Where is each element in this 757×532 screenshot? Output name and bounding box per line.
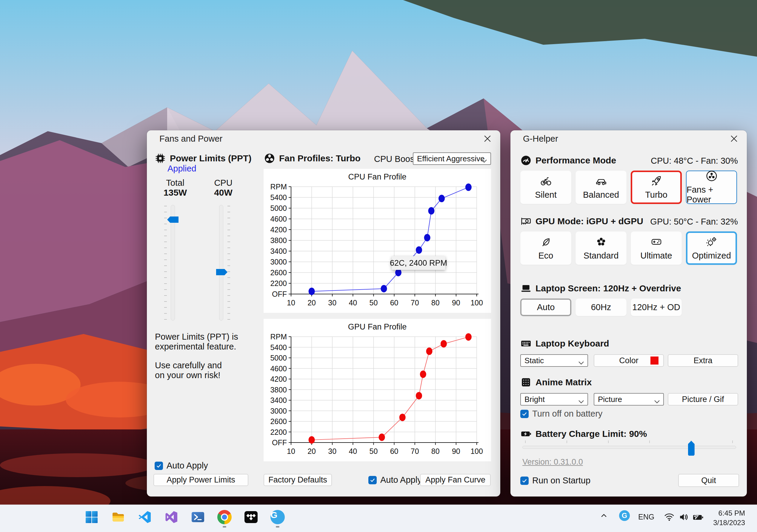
battery-slider-ticks xyxy=(525,440,733,443)
fan-curve-point[interactable] xyxy=(399,414,406,421)
tray-language[interactable]: ENG xyxy=(638,513,654,521)
mode-button-label: 120Hz + OD xyxy=(632,302,680,312)
close-icon[interactable] xyxy=(483,134,492,143)
optimized-mode-button[interactable]: Optimized xyxy=(686,231,737,265)
keyboard-extra-button[interactable]: Extra xyxy=(668,354,738,367)
run-on-startup-checkbox[interactable] xyxy=(520,477,529,485)
powershell-taskbar-icon[interactable] xyxy=(191,510,205,524)
close-icon[interactable] xyxy=(730,134,739,143)
svg-text:4600: 4600 xyxy=(270,215,287,223)
tray-volume-icon[interactable] xyxy=(678,512,689,523)
anime-matrix-heading: Anime Matrix xyxy=(520,377,591,388)
turbo-mode-button[interactable]: Turbo xyxy=(631,171,682,204)
svg-text:80: 80 xyxy=(431,298,440,307)
fan-curve-point[interactable] xyxy=(309,436,315,444)
svg-text:20: 20 xyxy=(308,447,316,455)
fan-curve-point[interactable] xyxy=(416,392,422,399)
svg-text:70: 70 xyxy=(411,298,419,307)
fan-curve-point[interactable] xyxy=(420,371,426,378)
auto-apply-power-checkbox-row[interactable]: Auto Apply xyxy=(155,461,208,471)
standard-mode-button[interactable]: Standard xyxy=(576,231,626,265)
svg-text:30: 30 xyxy=(328,298,336,307)
fans-power-mode-button[interactable]: Fans + Power xyxy=(686,171,737,204)
version-link[interactable]: Version: 0.31.0.0 xyxy=(522,458,583,467)
fan-curve-point[interactable] xyxy=(416,246,422,254)
quit-button[interactable]: Quit xyxy=(678,474,739,487)
keyboard-color-swatch[interactable] xyxy=(651,357,658,365)
chrome-taskbar-icon[interactable] xyxy=(217,510,232,524)
cpu-slider-track[interactable] xyxy=(219,205,223,321)
tray-battery-icon[interactable] xyxy=(692,512,704,523)
mode-button-label: Ultimate xyxy=(640,251,672,261)
ultimate-mode-button[interactable]: Ultimate xyxy=(631,231,682,265)
apply-power-limits-button[interactable]: Apply Power Limits xyxy=(153,474,248,486)
laptop-icon xyxy=(520,283,531,294)
battery-charge-limit-label: Battery Charge Limit: 90% xyxy=(535,429,647,439)
ghelper-taskbar-icon[interactable]: G xyxy=(270,510,285,524)
fan-curve-point[interactable] xyxy=(426,348,433,355)
eco-mode-button[interactable]: Eco xyxy=(520,231,571,265)
fan-curve-point[interactable] xyxy=(465,333,471,341)
run-on-startup-label: Run on Startup xyxy=(532,476,590,486)
60hz-mode-button[interactable]: 60Hz xyxy=(576,298,626,316)
tidal-taskbar-icon[interactable] xyxy=(244,510,258,524)
performance-mode-label: Performance Mode xyxy=(535,155,616,165)
svg-text:3400: 3400 xyxy=(270,396,287,405)
svg-text:90: 90 xyxy=(452,447,460,455)
run-on-startup-checkbox-row[interactable]: Run on Startup xyxy=(520,476,590,486)
fan-curve-point[interactable] xyxy=(424,234,431,241)
fan-curve-point[interactable] xyxy=(440,340,447,348)
anime-content-dropdown[interactable]: Picture xyxy=(594,393,664,406)
fan-curve-point[interactable] xyxy=(465,183,471,191)
cpu-slider-thumb[interactable] xyxy=(216,269,227,275)
tray-time: 6:45 PM xyxy=(713,508,745,518)
total-slider-thumb[interactable] xyxy=(167,216,178,223)
120hz-od-mode-button[interactable]: 120Hz + OD xyxy=(631,298,682,316)
cpu-boost-dropdown[interactable]: Efficient Aggressive xyxy=(413,153,491,165)
auto-apply-fan-checkbox-row[interactable]: Auto Apply xyxy=(368,475,422,485)
fan-curve-point[interactable] xyxy=(381,285,387,293)
battery-slider-track[interactable] xyxy=(522,446,736,449)
svg-text:20: 20 xyxy=(308,298,316,307)
file-explorer-taskbar-icon[interactable] xyxy=(111,510,125,524)
leaf-icon xyxy=(540,236,552,248)
fan-curve-point[interactable] xyxy=(379,434,385,441)
apply-fan-curve-button[interactable]: Apply Fan Curve xyxy=(420,474,491,486)
auto-apply-power-checkbox[interactable] xyxy=(155,462,163,470)
keyboard-color-button[interactable]: Color xyxy=(594,354,664,367)
performance-mode-heading: Performance Mode xyxy=(520,155,616,166)
windows-start-taskbar-icon[interactable] xyxy=(84,510,99,524)
laptop-keyboard-label: Laptop Keyboard xyxy=(535,338,609,349)
fan-curve-point[interactable] xyxy=(309,288,315,295)
cpu-slider-label: CPU xyxy=(205,178,241,188)
fan-curve-point[interactable] xyxy=(439,195,445,202)
anime-brightness-dropdown[interactable]: Bright xyxy=(520,393,588,406)
tray-wifi-icon[interactable] xyxy=(664,512,675,522)
keyboard-mode-dropdown[interactable]: Static xyxy=(520,354,588,367)
svg-text:CPU Fan Profile: CPU Fan Profile xyxy=(348,172,406,181)
visual-studio-taskbar-icon[interactable] xyxy=(164,510,178,524)
factory-defaults-button[interactable]: Factory Defaults xyxy=(263,474,332,486)
tray-chevron-up-icon[interactable] xyxy=(599,512,608,520)
cpu-chip-icon xyxy=(155,153,166,164)
vscode-taskbar-icon[interactable] xyxy=(137,510,152,524)
cpu-fan-profile-chart[interactable]: CPU Fan ProfileOFF2200260030003400380042… xyxy=(263,169,491,313)
tray-ghelper-icon[interactable]: G xyxy=(619,510,630,521)
mode-button-label: Optimized xyxy=(692,251,731,261)
fan-curve-point[interactable] xyxy=(428,207,434,215)
turn-off-on-battery-checkbox[interactable] xyxy=(520,410,529,418)
fan-curve-point[interactable] xyxy=(395,269,402,276)
gpu-fan-profile-chart[interactable]: GPU Fan ProfileOFF2200260030003400380042… xyxy=(263,319,491,461)
anime-picture-gif-button[interactable]: Picture / Gif xyxy=(668,393,738,406)
silent-mode-button[interactable]: Silent xyxy=(520,171,571,204)
laptop-screen-heading: Laptop Screen: 120Hz + Overdrive xyxy=(520,283,681,294)
auto-mode-button[interactable]: Auto xyxy=(520,298,571,316)
laptop-screen-label: Laptop Screen: 120Hz + Overdrive xyxy=(535,283,681,294)
svg-text:50: 50 xyxy=(370,447,378,455)
tray-clock[interactable]: 6:45 PM 3/18/2023 xyxy=(713,508,745,527)
balanced-mode-button[interactable]: Balanced xyxy=(576,171,626,204)
matrix-icon xyxy=(520,377,531,388)
auto-apply-fan-checkbox[interactable] xyxy=(368,476,377,484)
svg-text:5400: 5400 xyxy=(270,193,287,202)
turn-off-on-battery-checkbox-row[interactable]: Turn off on battery xyxy=(520,409,602,419)
